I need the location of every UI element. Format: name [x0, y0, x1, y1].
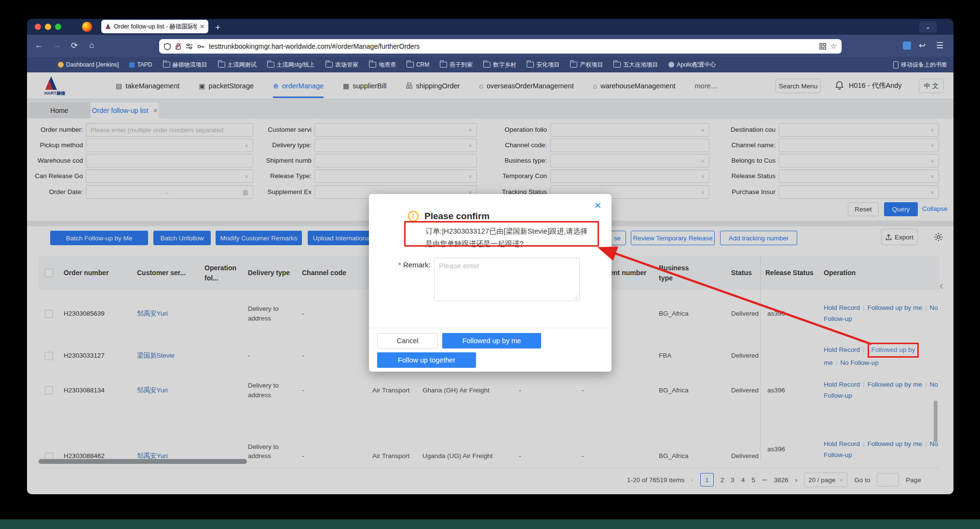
bookmark-item[interactable]: 地查查	[369, 61, 396, 69]
bookmark-item[interactable]: 土流网测试	[218, 61, 257, 69]
bookmark-item[interactable]: 安化项目	[527, 61, 559, 69]
desktop-dock-strip	[0, 519, 980, 529]
modal-title: Please confirm	[424, 211, 490, 222]
folder-icon	[369, 62, 376, 68]
folder-icon	[407, 62, 414, 68]
folder-icon	[613, 62, 621, 68]
shield-icon[interactable]	[164, 43, 171, 50]
tab-title: Order follow-up list - 赫德国际物	[114, 23, 197, 31]
bookmark-item[interactable]: 农场管家	[326, 61, 358, 69]
cancel-button[interactable]: Cancel	[377, 333, 438, 348]
reload-icon[interactable]: ⟳	[71, 41, 78, 51]
browser-tab[interactable]: Order follow-up list - 赫德国际物 ✕	[101, 20, 208, 33]
url-text[interactable]: testtrunkbookingmgr.hart-worldwide.com/#…	[209, 42, 815, 50]
window-zoom-button[interactable]	[55, 24, 61, 30]
folder-icon	[527, 62, 534, 68]
avatar-icon	[668, 62, 674, 68]
bookmark-item[interactable]: TAPD	[129, 61, 152, 68]
lock-slash-icon[interactable]	[175, 43, 181, 50]
key-icon[interactable]	[197, 43, 204, 50]
bookmark-star-icon[interactable]: ☆	[830, 42, 837, 51]
modal-close-icon[interactable]: ✕	[594, 200, 601, 211]
bookmark-item[interactable]: Apollo配置中心	[668, 61, 716, 69]
menu-icon[interactable]: ☰	[936, 41, 943, 51]
folder-icon	[483, 62, 490, 68]
avatar-icon	[58, 62, 64, 68]
forward-icon[interactable]: →	[53, 41, 61, 50]
bookmark-item[interactable]: Dashboard [Jenkins]	[58, 61, 119, 68]
folder-icon	[267, 62, 274, 68]
followed-up-by-me-button[interactable]: Followed up by me	[442, 333, 541, 348]
folder-icon	[326, 62, 333, 68]
remark-textarea[interactable]: Please enter	[434, 258, 580, 301]
tabs-dropdown-icon[interactable]: ⌄	[919, 21, 937, 33]
followed-up-by-me-link-highlighted[interactable]: Followed up by	[868, 343, 919, 358]
folder-icon	[163, 62, 170, 68]
bookmark-item[interactable]: 产权项目	[570, 61, 603, 69]
annotation-box-message	[404, 221, 599, 247]
bookmark-item[interactable]: 赫德物流项目	[163, 61, 207, 69]
qr-grid-icon[interactable]	[819, 43, 826, 50]
back-icon[interactable]: ←	[35, 41, 43, 50]
window-minimize-button[interactable]	[45, 24, 51, 30]
mobile-bookmarks[interactable]: 移动设备上的书签	[893, 61, 947, 69]
bookmark-item[interactable]: 土流网stg/线上	[267, 61, 315, 69]
desktop: Order follow-up list - 赫德国际物 ✕ + ⌄ ← → ⟳…	[0, 0, 980, 529]
folder-icon	[218, 62, 225, 68]
bookmark-item[interactable]: 数字乡村	[483, 61, 516, 69]
tapd-icon	[129, 62, 135, 68]
window-close-button[interactable]	[35, 24, 41, 30]
remark-required-mark: *	[398, 261, 401, 269]
restore-arrow-icon[interactable]: ↩	[919, 41, 926, 51]
extension-icon[interactable]	[903, 42, 911, 50]
folder-icon	[570, 62, 577, 68]
tab-close-icon[interactable]: ✕	[200, 23, 204, 30]
new-tab-icon[interactable]: +	[215, 22, 220, 33]
permissions-icon[interactable]	[186, 43, 193, 49]
bookmarks-bar: Dashboard [Jenkins] TAPD 赫德物流项目 土流网测试 土流…	[27, 57, 953, 72]
bookmark-item[interactable]: 五大连池项目	[613, 61, 658, 69]
folder-icon	[440, 62, 447, 68]
modal-footer-divider	[369, 328, 612, 328]
warning-icon: !	[408, 211, 419, 222]
remark-label: Remark:	[403, 261, 431, 269]
browser-home-icon[interactable]: ⌂	[89, 41, 94, 50]
firefox-icon	[82, 22, 92, 32]
bookmark-item[interactable]: 燕子到家	[440, 61, 473, 69]
resize-handle-icon[interactable]	[573, 295, 578, 300]
tab-favicon	[105, 24, 111, 29]
follow-up-together-button[interactable]: Follow up together	[377, 352, 476, 368]
mobile-bookmarks-icon	[893, 61, 898, 69]
remark-placeholder: Please enter	[439, 262, 479, 270]
url-bar[interactable]: testtrunkbookingmgr.hart-worldwide.com/#…	[159, 39, 842, 54]
bookmark-item[interactable]: CRM	[407, 61, 429, 68]
